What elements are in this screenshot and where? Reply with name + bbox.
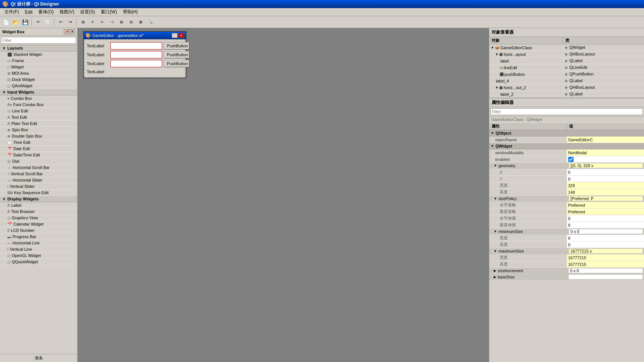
toolbar-new[interactable]: 📄 bbox=[1, 18, 10, 27]
toolbar-btn-2[interactable]: ≡ bbox=[88, 18, 97, 27]
menu-file[interactable]: 文件(F) bbox=[1, 8, 22, 16]
toolbar-btn-6[interactable]: ⊟ bbox=[127, 18, 136, 27]
prop-subsection-basesize[interactable]: ▶ baseSize bbox=[489, 274, 644, 280]
toolbar-cut[interactable]: ✂ bbox=[34, 18, 42, 27]
widget-item-doublespinbox[interactable]: ⬘ Double Spin Box bbox=[0, 133, 77, 139]
tree-row-lineedit[interactable]: ▭ lineEdit ◈ QLineEdit bbox=[489, 64, 644, 71]
widget-item-label[interactable]: A Label bbox=[0, 202, 77, 209]
menu-view[interactable]: 视图(V) bbox=[56, 8, 77, 16]
widget-item-datetimeedit[interactable]: 📅 Date/Time Edit bbox=[0, 152, 77, 158]
tree-row-horizlayout[interactable]: ▼ ▦ horiz...ayout ◈ QHBoxLayout bbox=[489, 51, 644, 58]
ge-input-1[interactable] bbox=[110, 42, 162, 50]
tree-row-label2[interactable]: label_2 ◈ QLabel bbox=[489, 91, 644, 98]
prop-subsection-geometry[interactable]: ▼ geometry [(0, 0), 329 x bbox=[489, 163, 644, 169]
widget-item-vline[interactable]: | Vertical Line bbox=[0, 246, 77, 253]
widget-box-footer[interactable]: 便条 bbox=[0, 354, 77, 362]
widget-item-opengl[interactable]: ◻ OpenGL Widget bbox=[0, 253, 77, 259]
widget-item-qax[interactable]: ◻ QAxWidget bbox=[0, 83, 77, 89]
prop-row-maxheight[interactable]: 高度 16777215 bbox=[489, 261, 644, 268]
widget-box-pin[interactable]: 📌 bbox=[64, 29, 69, 34]
prop-row-windowmodality[interactable]: windowModality NonModal bbox=[489, 149, 644, 156]
prop-row-height[interactable]: 高度 148 bbox=[489, 189, 644, 196]
prop-row-enabled[interactable]: enabled bbox=[489, 156, 644, 163]
widget-item-qquick[interactable]: ◻ QQuickWidget bbox=[0, 259, 77, 265]
prop-value-vpolicy[interactable]: Preferred bbox=[567, 209, 644, 215]
widget-item-progressbar[interactable]: ▬ Progress Bar bbox=[0, 234, 77, 240]
prop-value-minwidth[interactable]: 0 bbox=[567, 235, 644, 241]
toolbar-btn-1[interactable]: ⊞ bbox=[79, 18, 88, 27]
toolbar-copy[interactable]: ⬜ bbox=[43, 18, 52, 27]
prop-value-minheight[interactable]: 0 bbox=[567, 241, 644, 248]
widget-item-hslider[interactable]: — Horizontal Slider bbox=[0, 177, 77, 183]
ge-button-3[interactable]: PushButton bbox=[164, 60, 189, 67]
menu-form[interactable]: 窗体(O) bbox=[35, 8, 56, 16]
menu-edit[interactable]: Edit bbox=[22, 9, 35, 16]
prop-row-vstretch[interactable]: 垂直伸展 0 bbox=[489, 222, 644, 229]
prop-row-x[interactable]: X 0 bbox=[489, 169, 644, 176]
widget-item-lineedit[interactable]: ▭ Line Edit bbox=[0, 108, 77, 114]
widget-item-plaintextedit[interactable]: A Plain Text Edit bbox=[0, 121, 77, 127]
widget-item-frame[interactable]: ▭ Frame bbox=[0, 58, 77, 64]
prop-subsection-minsize[interactable]: ▼ minimumSize 0 x 0 bbox=[489, 229, 644, 235]
property-filter-input[interactable] bbox=[490, 108, 643, 115]
widget-item-hscrollbar[interactable]: ↔ Horizontal Scroll Bar bbox=[0, 165, 77, 171]
toolbar-btn-8[interactable]: 🔍 bbox=[146, 18, 155, 27]
prop-section-qwidget[interactable]: ▼ QWidget bbox=[489, 143, 644, 149]
prop-row-y[interactable]: Y 0 bbox=[489, 176, 644, 182]
game-editor-window[interactable]: 🎨 GameEditor - gameeditor.ui* — ✕ TextLa… bbox=[83, 31, 186, 78]
prop-value-hstretch[interactable]: 0 bbox=[567, 215, 644, 221]
prop-row-width[interactable]: 宽度 329 bbox=[489, 182, 644, 189]
widget-item-timeedit[interactable]: 🕐 Time Edit bbox=[0, 139, 77, 146]
widget-box-close[interactable]: ✕ bbox=[70, 29, 75, 34]
ge-input-2[interactable] bbox=[110, 51, 162, 58]
toolbar-btn-5[interactable]: ⊞ bbox=[117, 18, 126, 27]
ge-button-1[interactable]: PushButton bbox=[164, 42, 189, 50]
widget-item-stacked[interactable]: ⬛ Stacked Widget bbox=[0, 51, 77, 58]
widget-item-lcdnumber[interactable]: 8 LCD Number bbox=[0, 227, 77, 234]
widget-item-calendar[interactable]: 📅 Calendar Widget bbox=[0, 221, 77, 227]
toolbar-btn-4[interactable]: ⊣ bbox=[107, 18, 116, 27]
prop-value-objectname[interactable]: GameEditorC bbox=[567, 136, 644, 143]
ge-button-2[interactable]: PushButton bbox=[164, 51, 189, 58]
widget-item-vscrollbar[interactable]: ↕ Vertical Scroll Bar bbox=[0, 171, 77, 177]
prop-row-maxwidth[interactable]: 宽度 16777215 bbox=[489, 254, 644, 261]
category-display[interactable]: ▼ Display Widgets bbox=[0, 196, 77, 202]
ge-input-3[interactable] bbox=[110, 60, 162, 67]
prop-value-vstretch[interactable]: 0 bbox=[567, 222, 644, 228]
canvas-area[interactable]: 🎨 GameEditor - gameeditor.ui* — ✕ TextLa… bbox=[78, 28, 489, 362]
prop-value-windowmodality[interactable]: NonModal bbox=[567, 149, 644, 156]
toolbar-open[interactable]: 📂 bbox=[11, 18, 20, 27]
prop-value-y[interactable]: 0 bbox=[567, 176, 644, 182]
toolbar-btn-7[interactable]: ⊠ bbox=[136, 18, 145, 27]
widget-item-vslider[interactable]: | Vertical Slider bbox=[0, 183, 77, 190]
tree-row-gameeditorclass[interactable]: ▼ 📦 GameEditorClass ◈ QWidget bbox=[489, 44, 644, 51]
prop-row-hstretch[interactable]: 水平伸展 0 bbox=[489, 215, 644, 222]
prop-subsection-sizeincrement[interactable]: ▶ sizeIncrement 0 x 0 bbox=[489, 268, 644, 274]
toolbar-undo[interactable]: ↩ bbox=[56, 18, 65, 27]
widget-item-combobox[interactable]: ▾ Combo Box bbox=[0, 95, 77, 102]
category-layouts[interactable]: ▼ Layouts bbox=[0, 45, 77, 51]
prop-value-x[interactable]: 0 bbox=[567, 169, 644, 175]
tree-row-label[interactable]: label ◈ QLabel bbox=[489, 58, 644, 64]
widget-item-mdi[interactable]: ⊞ MDI Area bbox=[0, 70, 77, 77]
ge-minimize-btn[interactable]: — bbox=[172, 33, 178, 38]
prop-row-hpolicy[interactable]: 水平策略 Preferred bbox=[489, 202, 644, 209]
widget-item-fontcombo[interactable]: A▾ Font Combo Box bbox=[0, 102, 77, 108]
prop-value-maxwidth[interactable]: 16777215 bbox=[567, 254, 644, 261]
prop-value-maxheight[interactable]: 16777215 bbox=[567, 261, 644, 267]
prop-value-width[interactable]: 329 bbox=[567, 182, 644, 189]
widget-item-dial[interactable]: ◎ Dial bbox=[0, 158, 77, 165]
widget-item-textedit[interactable]: A Text Edit bbox=[0, 114, 77, 121]
prop-section-qobject[interactable]: ▼ QObject bbox=[489, 130, 644, 136]
menu-settings[interactable]: 设置(S) bbox=[77, 8, 98, 16]
prop-subsection-sizepolicy[interactable]: ▼ sizePolicy [Preferred, P bbox=[489, 196, 644, 202]
tree-arrow-1[interactable]: ▼ bbox=[491, 46, 494, 50]
ge-close-btn[interactable]: ✕ bbox=[178, 33, 184, 38]
widget-filter-input[interactable] bbox=[1, 37, 76, 44]
tree-arrow-2[interactable]: ▼ bbox=[495, 53, 499, 56]
prop-row-vpolicy[interactable]: 垂直策略 Preferred bbox=[489, 209, 644, 215]
prop-value-height[interactable]: 148 bbox=[567, 189, 644, 195]
prop-subsection-maxsize[interactable]: ▼ maximumSize 16777215 x bbox=[489, 248, 644, 254]
prop-row-minwidth[interactable]: 宽度 0 bbox=[489, 235, 644, 241]
menu-help[interactable]: 帮助(H) bbox=[120, 8, 141, 16]
